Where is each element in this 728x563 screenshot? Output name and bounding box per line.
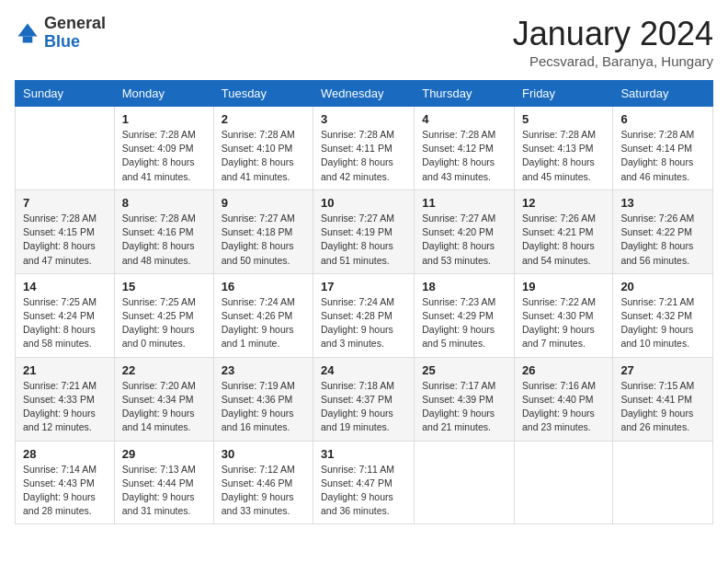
- day-number: 28: [23, 447, 107, 461]
- day-info: Sunrise: 7:18 AMSunset: 4:37 PMDaylight:…: [321, 379, 406, 435]
- calendar-cell: 25Sunrise: 7:17 AMSunset: 4:39 PMDayligh…: [415, 357, 515, 441]
- logo-general-text: General: [44, 14, 106, 32]
- calendar-cell: 9Sunrise: 7:27 AMSunset: 4:18 PMDaylight…: [213, 190, 313, 273]
- day-info: Sunrise: 7:28 AMSunset: 4:14 PMDaylight:…: [620, 128, 705, 184]
- calendar-cell: 8Sunrise: 7:28 AMSunset: 4:16 PMDaylight…: [114, 190, 213, 273]
- calendar-cell: 4Sunrise: 7:28 AMSunset: 4:12 PMDaylight…: [415, 107, 515, 190]
- day-number: 9: [222, 196, 305, 210]
- calendar-cell: 19Sunrise: 7:22 AMSunset: 4:30 PMDayligh…: [514, 273, 612, 357]
- day-number: 11: [422, 196, 506, 210]
- calendar-cell: 21Sunrise: 7:21 AMSunset: 4:33 PMDayligh…: [16, 357, 115, 441]
- day-info: Sunrise: 7:14 AMSunset: 4:43 PMDaylight:…: [23, 463, 107, 519]
- calendar-cell: 31Sunrise: 7:11 AMSunset: 4:47 PMDayligh…: [313, 441, 415, 524]
- day-info: Sunrise: 7:26 AMSunset: 4:21 PMDaylight:…: [522, 212, 605, 268]
- day-info: Sunrise: 7:22 AMSunset: 4:30 PMDaylight:…: [522, 295, 605, 351]
- weekday-header-monday: Monday: [114, 81, 213, 107]
- calendar-cell: 24Sunrise: 7:18 AMSunset: 4:37 PMDayligh…: [313, 357, 415, 441]
- day-info: Sunrise: 7:28 AMSunset: 4:13 PMDaylight:…: [522, 128, 605, 184]
- calendar-cell: 20Sunrise: 7:21 AMSunset: 4:32 PMDayligh…: [613, 273, 713, 357]
- calendar-week-row: 1Sunrise: 7:28 AMSunset: 4:09 PMDaylight…: [16, 107, 713, 190]
- day-number: 14: [23, 280, 107, 293]
- logo: General Blue: [15, 15, 106, 52]
- calendar-cell: 16Sunrise: 7:24 AMSunset: 4:26 PMDayligh…: [213, 273, 313, 357]
- day-info: Sunrise: 7:28 AMSunset: 4:16 PMDaylight:…: [122, 212, 206, 268]
- calendar-cell: 12Sunrise: 7:26 AMSunset: 4:21 PMDayligh…: [514, 190, 612, 273]
- day-number: 30: [222, 447, 305, 461]
- calendar-cell: 15Sunrise: 7:25 AMSunset: 4:25 PMDayligh…: [114, 273, 213, 357]
- calendar-cell: 23Sunrise: 7:19 AMSunset: 4:36 PMDayligh…: [213, 357, 313, 441]
- weekday-header-row: SundayMondayTuesdayWednesdayThursdayFrid…: [16, 81, 713, 107]
- calendar-cell: 11Sunrise: 7:27 AMSunset: 4:20 PMDayligh…: [415, 190, 515, 273]
- day-number: 4: [422, 112, 506, 126]
- day-number: 16: [222, 280, 305, 293]
- calendar-cell: 10Sunrise: 7:27 AMSunset: 4:19 PMDayligh…: [313, 190, 415, 273]
- day-info: Sunrise: 7:15 AMSunset: 4:41 PMDaylight:…: [620, 379, 705, 435]
- calendar-cell: 29Sunrise: 7:13 AMSunset: 4:44 PMDayligh…: [114, 441, 213, 524]
- calendar-cell: 5Sunrise: 7:28 AMSunset: 4:13 PMDaylight…: [514, 107, 612, 190]
- calendar-cell: 6Sunrise: 7:28 AMSunset: 4:14 PMDaylight…: [613, 107, 713, 190]
- calendar-cell: 18Sunrise: 7:23 AMSunset: 4:29 PMDayligh…: [415, 273, 515, 357]
- calendar-week-row: 14Sunrise: 7:25 AMSunset: 4:24 PMDayligh…: [16, 273, 713, 357]
- calendar-cell: [415, 441, 515, 524]
- day-info: Sunrise: 7:24 AMSunset: 4:26 PMDaylight:…: [222, 295, 305, 351]
- calendar-table: SundayMondayTuesdayWednesdayThursdayFrid…: [15, 80, 713, 524]
- day-number: 26: [522, 363, 605, 377]
- day-number: 18: [422, 280, 506, 293]
- calendar-cell: [514, 441, 612, 524]
- day-info: Sunrise: 7:25 AMSunset: 4:24 PMDaylight:…: [23, 295, 107, 351]
- day-info: Sunrise: 7:25 AMSunset: 4:25 PMDaylight:…: [122, 295, 206, 351]
- weekday-header-saturday: Saturday: [613, 81, 713, 107]
- day-info: Sunrise: 7:23 AMSunset: 4:29 PMDaylight:…: [422, 295, 506, 351]
- day-info: Sunrise: 7:28 AMSunset: 4:09 PMDaylight:…: [122, 128, 206, 184]
- day-number: 22: [122, 363, 206, 377]
- day-number: 1: [122, 112, 206, 126]
- day-info: Sunrise: 7:12 AMSunset: 4:46 PMDaylight:…: [222, 463, 305, 519]
- title-area: January 2024 Pecsvarad, Baranya, Hungary: [513, 15, 713, 69]
- month-title: January 2024: [513, 15, 713, 53]
- weekday-header-tuesday: Tuesday: [213, 81, 313, 107]
- day-number: 7: [23, 196, 107, 210]
- day-info: Sunrise: 7:28 AMSunset: 4:11 PMDaylight:…: [321, 128, 406, 184]
- calendar-cell: 13Sunrise: 7:26 AMSunset: 4:22 PMDayligh…: [613, 190, 713, 273]
- day-info: Sunrise: 7:17 AMSunset: 4:39 PMDaylight:…: [422, 379, 506, 435]
- day-number: 27: [620, 363, 705, 377]
- day-info: Sunrise: 7:28 AMSunset: 4:15 PMDaylight:…: [23, 212, 107, 268]
- calendar-cell: 22Sunrise: 7:20 AMSunset: 4:34 PMDayligh…: [114, 357, 213, 441]
- calendar-cell: 2Sunrise: 7:28 AMSunset: 4:10 PMDaylight…: [213, 107, 313, 190]
- calendar-week-row: 7Sunrise: 7:28 AMSunset: 4:15 PMDaylight…: [16, 190, 713, 273]
- day-info: Sunrise: 7:21 AMSunset: 4:33 PMDaylight:…: [23, 379, 107, 435]
- calendar-body: 1Sunrise: 7:28 AMSunset: 4:09 PMDaylight…: [16, 107, 713, 524]
- day-number: 29: [122, 447, 206, 461]
- day-number: 5: [522, 112, 605, 126]
- svg-marker-0: [18, 23, 38, 36]
- day-number: 25: [422, 363, 506, 377]
- day-number: 8: [122, 196, 206, 210]
- logo-blue-text: Blue: [44, 32, 80, 51]
- calendar-cell: [613, 441, 713, 524]
- calendar-cell: 1Sunrise: 7:28 AMSunset: 4:09 PMDaylight…: [114, 107, 213, 190]
- calendar-cell: [16, 107, 115, 190]
- day-number: 13: [620, 196, 705, 210]
- day-number: 3: [321, 112, 406, 126]
- day-info: Sunrise: 7:27 AMSunset: 4:18 PMDaylight:…: [222, 212, 305, 268]
- day-number: 6: [620, 112, 705, 126]
- day-info: Sunrise: 7:20 AMSunset: 4:34 PMDaylight:…: [122, 379, 206, 435]
- day-info: Sunrise: 7:19 AMSunset: 4:36 PMDaylight:…: [222, 379, 305, 435]
- day-number: 17: [321, 280, 406, 293]
- day-number: 19: [522, 280, 605, 293]
- calendar-week-row: 28Sunrise: 7:14 AMSunset: 4:43 PMDayligh…: [16, 441, 713, 524]
- day-info: Sunrise: 7:24 AMSunset: 4:28 PMDaylight:…: [321, 295, 406, 351]
- day-number: 24: [321, 363, 406, 377]
- weekday-header-wednesday: Wednesday: [313, 81, 415, 107]
- day-number: 15: [122, 280, 206, 293]
- day-number: 10: [321, 196, 406, 210]
- header: General Blue January 2024 Pecsvarad, Bar…: [15, 15, 713, 69]
- day-info: Sunrise: 7:28 AMSunset: 4:10 PMDaylight:…: [222, 128, 305, 184]
- calendar-cell: 3Sunrise: 7:28 AMSunset: 4:11 PMDaylight…: [313, 107, 415, 190]
- weekday-header-sunday: Sunday: [16, 81, 115, 107]
- svg-rect-1: [23, 36, 33, 42]
- calendar-cell: 28Sunrise: 7:14 AMSunset: 4:43 PMDayligh…: [16, 441, 115, 524]
- calendar-cell: 27Sunrise: 7:15 AMSunset: 4:41 PMDayligh…: [613, 357, 713, 441]
- day-number: 31: [321, 447, 406, 461]
- day-number: 12: [522, 196, 605, 210]
